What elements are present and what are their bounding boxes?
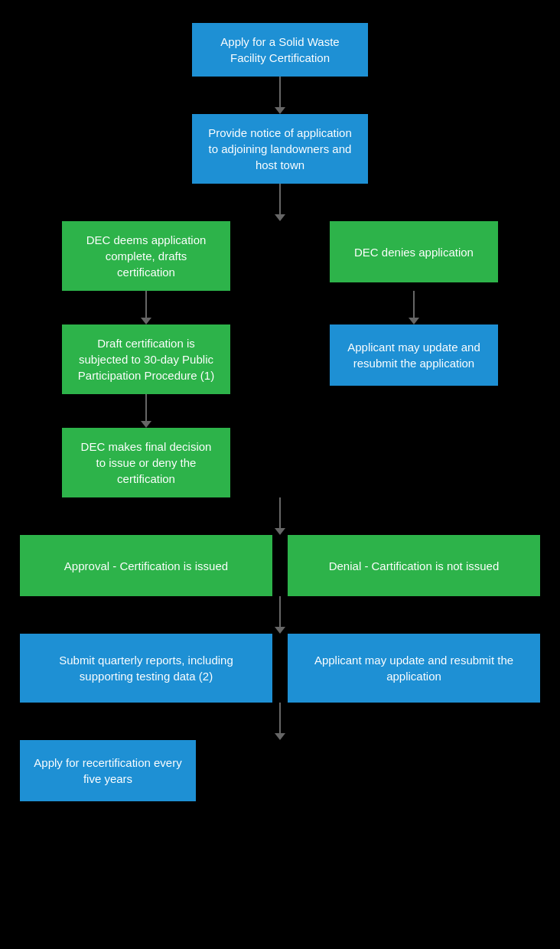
connector-row-4 [20,394,540,428]
approval-box: Approval - Certification is issued [20,535,272,596]
approval-col: Approval - Certification is issued [20,535,272,596]
denial-box: Denial - Cartification is not issued [288,535,540,596]
notice-box: Provide notice of application to adjoini… [192,114,368,184]
connector-1 [275,77,285,114]
approval-denial-row: Approval - Certification is issued Denia… [12,535,548,596]
notice-row: Provide notice of application to adjoini… [0,114,560,184]
left-col-draft: Draft certification is subjected to 30-d… [20,324,272,394]
quarterly-col: Submit quarterly reports, including supp… [20,634,272,703]
left-connector-4 [20,394,272,428]
dec-denies-box: DEC denies application [330,221,498,282]
resubmit-2-col: Applicant may update and resubmit the ap… [288,634,540,703]
flow-diagram: Apply for a Solid Waste Facility Certifi… [0,8,560,801]
recertify-row: Apply for recertification every five yea… [12,740,548,801]
applicant-resubmit-2-box: Applicant may update and resubmit the ap… [288,634,540,703]
left-connector-3 [20,291,272,324]
connector-7 [275,703,285,740]
draft-resubmit-row: Draft certification is subjected to 30-d… [20,324,540,394]
recertify-box: Apply for recertification every five yea… [20,740,196,801]
connector-6 [275,596,285,634]
dec-final-row: DEC makes final decision to issue or den… [20,428,540,497]
right-col-resubmit-1: Applicant may update and resubmit the ap… [288,324,540,394]
right-spacer-final [288,428,540,497]
dec-complete-box: DEC deems application complete, drafts c… [62,221,230,291]
left-col-dec-complete: DEC deems application complete, drafts c… [20,221,272,291]
denial-col: Denial - Cartification is not issued [288,535,540,596]
connector-5 [275,497,285,535]
apply-box: Apply for a Solid Waste Facility Certifi… [192,23,368,77]
submit-quarterly-box: Submit quarterly reports, including supp… [20,634,272,703]
quarterly-resubmit-row: Submit quarterly reports, including supp… [12,634,548,703]
right-spacer-4 [288,394,540,428]
dec-decision-row: DEC deems application complete, drafts c… [20,221,540,291]
left-col-dec-final: DEC makes final decision to issue or den… [20,428,272,497]
applicant-resubmit-1-box: Applicant may update and resubmit the ap… [330,324,498,386]
apply-row: Apply for a Solid Waste Facility Certifi… [0,23,560,77]
dec-final-box: DEC makes final decision to issue or den… [62,428,230,497]
right-connector-3 [288,291,540,324]
draft-cert-box: Draft certification is subjected to 30-d… [62,324,230,394]
connector-2 [275,184,285,221]
right-col-dec-denies: DEC denies application [288,221,540,291]
connector-row-3 [20,291,540,324]
